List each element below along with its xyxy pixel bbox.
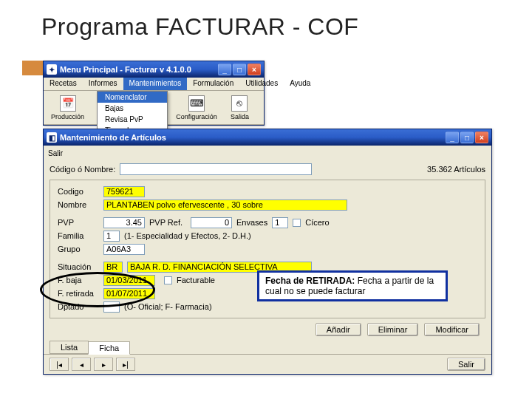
tab-ficha[interactable]: Ficha bbox=[88, 341, 130, 355]
tabs: Lista Ficha bbox=[44, 341, 491, 354]
search-label: Código ó Nombre: bbox=[50, 165, 115, 174]
annotation-ellipse bbox=[40, 272, 155, 307]
menu-utilidades[interactable]: Utilidades bbox=[239, 78, 284, 90]
window-title: Menu Principal - Facturar v 4.1.0.0 bbox=[60, 65, 191, 74]
article-count: 35.362 Artículos bbox=[427, 165, 485, 174]
nombre-value: PLANTABEN polvo efervescente , 30 sobre bbox=[103, 200, 347, 211]
titlebar-main: ✦ Menu Principal - Facturar v 4.1.0.0 _ … bbox=[44, 61, 264, 78]
pvp-label: PVP bbox=[58, 218, 99, 227]
modificar-button[interactable]: Modificar bbox=[424, 323, 480, 336]
tab-lista[interactable]: Lista bbox=[50, 341, 89, 354]
menu-salir[interactable]: Salir bbox=[44, 148, 67, 159]
nav-last[interactable]: ▸| bbox=[116, 358, 135, 371]
navbar: |◂ ◂ ▸ ▸| Salir bbox=[44, 354, 491, 374]
window-mantenimiento: ◧ Mantenimiento de Artículos _ □ × Salir… bbox=[43, 129, 492, 375]
menu-recetas[interactable]: Recetas bbox=[44, 78, 83, 90]
grupo-label: Grupo bbox=[58, 245, 99, 253]
grupo-value: A06A3 bbox=[103, 244, 145, 255]
familia-label: Familia bbox=[58, 231, 99, 240]
situacion-value: BR bbox=[103, 262, 123, 273]
envases-value: 1 bbox=[272, 217, 288, 228]
anadir-button[interactable]: Añadir bbox=[316, 323, 361, 336]
codigo-label: Codigo bbox=[58, 187, 99, 196]
minimize-button[interactable]: _ bbox=[446, 132, 459, 143]
button-row: Añadir Eliminar Modificar bbox=[50, 318, 485, 338]
menu-formulacion[interactable]: Formulación bbox=[187, 78, 239, 90]
tool-config[interactable]: ⌨Configuración bbox=[175, 92, 218, 123]
exit-icon: ⎋ bbox=[231, 95, 248, 112]
keyboard-icon: ⌨ bbox=[188, 95, 205, 112]
familia-desc: (1- Especialidad y Efectos, 2- D.H.) bbox=[124, 231, 251, 240]
nav-prev[interactable]: ◂ bbox=[72, 358, 91, 371]
cicero-label: Cícero bbox=[305, 218, 329, 227]
situacion-label: Situación bbox=[58, 262, 99, 271]
app-icon: ◧ bbox=[47, 132, 57, 143]
dropdown-bajas[interactable]: Bajas bbox=[98, 103, 167, 114]
window-main-menu: ✦ Menu Principal - Facturar v 4.1.0.0 _ … bbox=[43, 61, 265, 126]
dropdown-nomenclator[interactable]: Nomenclator bbox=[98, 92, 167, 103]
tool-produccion[interactable]: 📅Producción bbox=[47, 92, 89, 123]
menu-mantenimientos[interactable]: Mantenimientos bbox=[123, 78, 188, 90]
nombre-label: Nombre bbox=[58, 200, 99, 209]
pvpref-value: 0 bbox=[191, 217, 232, 228]
titlebar-mant: ◧ Mantenimiento de Artículos _ □ × bbox=[44, 129, 491, 146]
menu-informes[interactable]: Informes bbox=[83, 78, 123, 90]
dptado-desc: (O- Oficial; F- Farmacia) bbox=[124, 302, 212, 311]
familia-value: 1 bbox=[103, 231, 120, 242]
minimize-button[interactable]: _ bbox=[218, 64, 231, 75]
tool-label: Producción bbox=[51, 113, 84, 120]
dropdown-revisa-pvp[interactable]: Revisa PvP bbox=[98, 114, 167, 125]
maximize-button[interactable]: □ bbox=[233, 64, 246, 75]
search-input[interactable] bbox=[120, 163, 312, 175]
accent-block bbox=[22, 61, 43, 75]
menubar-main: Recetas Informes Mantenimientos Formulac… bbox=[44, 78, 264, 91]
facturable-checkbox[interactable] bbox=[164, 276, 172, 284]
salir-button[interactable]: Salir bbox=[447, 358, 485, 371]
eliminar-button[interactable]: Eliminar bbox=[367, 323, 419, 336]
tool-label: Configuración bbox=[176, 113, 217, 120]
codigo-value: 759621 bbox=[103, 186, 145, 197]
window-title: Mantenimiento de Artículos bbox=[60, 133, 166, 142]
tool-label: Salida bbox=[231, 113, 249, 120]
close-button[interactable]: × bbox=[248, 64, 261, 75]
pvp-value: 3.45 bbox=[103, 217, 145, 228]
cicero-checkbox[interactable] bbox=[293, 219, 301, 227]
screenshot-stage: ✦ Menu Principal - Facturar v 4.1.0.0 _ … bbox=[43, 61, 494, 356]
maximize-button[interactable]: □ bbox=[460, 132, 474, 143]
slide-title: Programa FACTURAR - COF bbox=[0, 0, 532, 45]
nav-first[interactable]: |◂ bbox=[50, 358, 69, 371]
calendar-icon: 📅 bbox=[60, 95, 76, 112]
facturable-label: Facturable bbox=[177, 276, 215, 284]
app-icon: ✦ bbox=[47, 64, 57, 75]
close-button[interactable]: × bbox=[475, 132, 488, 143]
nav-next[interactable]: ▸ bbox=[94, 358, 113, 371]
window-body: Código ó Nombre: 35.362 Artículos Codigo… bbox=[44, 159, 491, 341]
callout-bold: Fecha de RETIRADA: bbox=[265, 276, 355, 286]
annotation-callout: Fecha de RETIRADA: Fecha a partir de la … bbox=[257, 270, 448, 301]
envases-label: Envases bbox=[236, 218, 267, 227]
menu-ayuda[interactable]: Ayuda bbox=[284, 78, 316, 90]
pvpref-label: PVP Ref. bbox=[149, 218, 186, 227]
tool-salida[interactable]: ⎋Salida bbox=[219, 92, 261, 123]
